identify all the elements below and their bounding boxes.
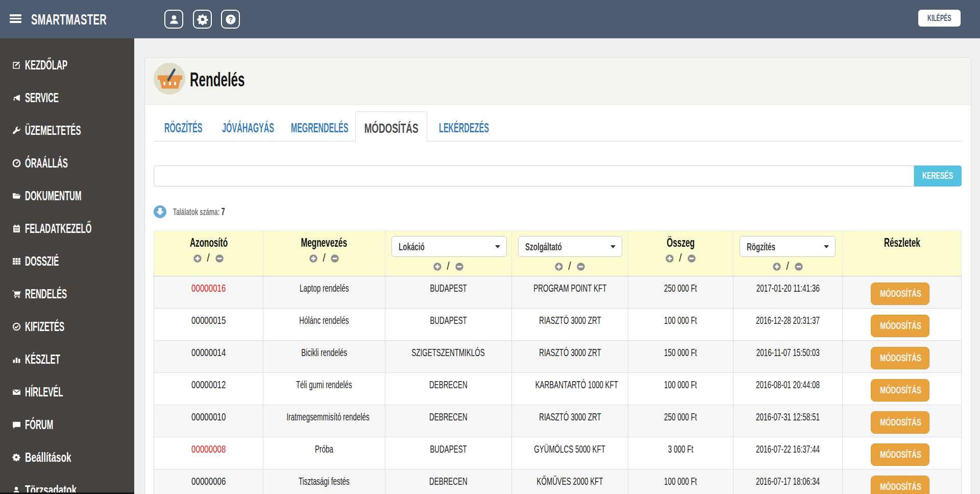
svg-text:?: ? — [228, 15, 233, 23]
